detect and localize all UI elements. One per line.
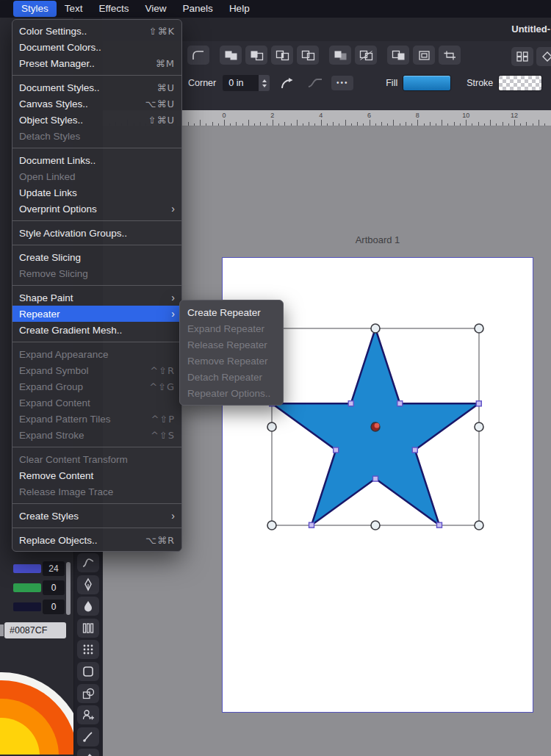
menubar-item-effects[interactable]: Effects (91, 1, 137, 17)
menu-item-replace-objects[interactable]: Replace Objects..⌥⌘R (12, 532, 181, 548)
boolean-union-icon (224, 50, 238, 61)
menu-item-overprint-options[interactable]: Overprint Options› (12, 201, 181, 217)
curve-tool-button[interactable] (77, 553, 99, 572)
menubar-item-panels[interactable]: Panels (175, 1, 221, 17)
outline-shapes-button[interactable] (413, 46, 435, 65)
menu-item-preset-manager[interactable]: Preset Manager..⌘M (12, 55, 181, 71)
vector-brush-tool-button[interactable] (77, 727, 99, 746)
ruler-tick (375, 123, 376, 126)
channel-value-field[interactable]: 24 (43, 561, 65, 576)
menu-item-expand-group: Expand Group^⇧G (12, 378, 181, 395)
ruler-tick (339, 123, 339, 126)
submenu-item-create-repeater[interactable]: Create Repeater (180, 304, 283, 320)
color-wheel-fragment[interactable] (0, 659, 73, 755)
menu-item-create-styles[interactable]: Create Styles› (12, 508, 181, 524)
menu-item-color-settings[interactable]: Color Settings..⇧⌘K (12, 23, 181, 39)
menu-item-shortcut: ⌘M (156, 58, 175, 69)
halftone-tool-icon (81, 642, 96, 657)
ruler-tick (248, 120, 249, 126)
menu-item-style-activation-groups[interactable]: Style Activation Groups.. (12, 225, 181, 241)
channel-slider[interactable] (13, 583, 41, 592)
ruler-tick (345, 120, 346, 126)
merge-shapes-icon (334, 50, 347, 61)
ruler-tick (496, 123, 497, 126)
menubar-item-styles[interactable]: Styles (13, 1, 57, 17)
menu-item-document-styles[interactable]: Document Styles..⌘U (12, 79, 181, 96)
more-options-button[interactable]: ••• (331, 76, 353, 90)
ruler-tick (363, 123, 364, 126)
menu-item-update-links[interactable]: Update Links (12, 184, 181, 201)
stencil-tool-button[interactable] (77, 684, 99, 703)
boolean-union-button[interactable] (220, 46, 242, 65)
menu-item-label: Canvas Styles.. (19, 98, 145, 109)
boolean-exclude-button[interactable] (297, 46, 319, 65)
corner-stepper[interactable] (259, 75, 270, 91)
menu-item-shortcut: ⌥⌘R (145, 535, 175, 546)
menu-item-label: Create Slicing (19, 252, 175, 263)
curve-flow-button (306, 76, 324, 90)
hex-color-field[interactable]: #0087CF (4, 622, 66, 638)
merge-shapes-button[interactable] (329, 46, 351, 65)
boolean-subtract-button[interactable] (245, 46, 267, 65)
channel-slider[interactable] (13, 564, 41, 573)
ruler-tick (447, 123, 448, 126)
boolean-exclude-icon (301, 50, 315, 61)
menu-item-remove-content[interactable]: Remove Content (12, 467, 181, 483)
menubar-item-text[interactable]: Text (57, 1, 91, 17)
ruler-tick (327, 123, 328, 126)
menu-item-document-links[interactable]: Document Links.. (12, 152, 181, 168)
menu-item-label: Expand Symbol (19, 365, 150, 376)
menu-item-shortcut: ^⇧S (151, 430, 175, 441)
channel-value-field[interactable]: 0 (43, 600, 65, 614)
channel-slider[interactable] (13, 602, 41, 611)
pen-tool-button[interactable] (77, 575, 99, 594)
menu-item-label: Clear Content Transform (19, 454, 175, 465)
fill-swatch[interactable] (403, 75, 451, 91)
panel-scrollbar[interactable] (66, 562, 71, 615)
menu-item-document-colors[interactable]: Document Colors.. (12, 39, 181, 55)
menu-item-label: Detach Repeater (187, 372, 276, 383)
channel-value-field[interactable]: 0 (43, 580, 65, 595)
corner-arc-button[interactable] (279, 76, 297, 90)
layout-grid-button[interactable] (511, 47, 533, 66)
ruler-tick (321, 120, 322, 126)
menu-separator (12, 342, 181, 342)
boolean-intersect-button[interactable] (271, 46, 293, 65)
menu-item-open-linked: Open Linked (12, 168, 181, 184)
ruler-tick (417, 120, 418, 126)
trim-shapes-button[interactable] (387, 46, 409, 65)
menu-item-object-styles[interactable]: Object Styles..⇧⌘U (12, 112, 181, 128)
menu-item-shape-paint[interactable]: Shape Paint› (12, 289, 181, 306)
halftone-tool-button[interactable] (77, 640, 99, 659)
menu-item-label: Repeater Options.. (187, 388, 276, 399)
menu-item-canvas-styles[interactable]: Canvas Styles..⌥⌘U (12, 96, 181, 112)
ruler-tick (224, 120, 225, 126)
menu-item-create-slicing[interactable]: Create Slicing (12, 249, 181, 265)
stepper-down-icon (262, 84, 267, 87)
divide-shapes-button[interactable] (355, 46, 377, 65)
menubar-item-help[interactable]: Help (221, 1, 258, 17)
crop-shapes-button[interactable] (439, 46, 461, 65)
stroke-swatch[interactable] (498, 75, 542, 91)
menu-separator (12, 75, 181, 76)
corner-value-input[interactable]: 0 in (223, 75, 259, 91)
ruler-tick (297, 120, 298, 126)
menu-item-create-gradient-mesh[interactable]: Create Gradient Mesh.. (12, 322, 181, 338)
menu-item-label: Overprint Options (19, 204, 171, 215)
shape-tool-button[interactable] (77, 662, 99, 681)
menu-item-expand-stroke: Expand Stroke^⇧S (12, 427, 181, 443)
submenu-item-remove-repeater: Remove Repeater (180, 353, 283, 369)
ink-tool-button[interactable] (77, 597, 99, 616)
knife-tool-button[interactable] (77, 749, 99, 756)
stepper-up-icon (262, 79, 267, 82)
columns-tool-button[interactable] (77, 619, 99, 638)
snap-diamond-button[interactable] (536, 47, 551, 66)
menu-item-label: Remove Content (19, 470, 175, 481)
ruler-tick (273, 120, 273, 126)
corner-radius-button[interactable] (187, 46, 209, 65)
menu-item-expand-symbol: Expand Symbol^⇧R (12, 362, 181, 378)
menubar-item-view[interactable]: View (137, 1, 175, 17)
menu-item-repeater[interactable]: Repeater› (12, 306, 181, 322)
ruler-tick (484, 123, 485, 126)
symbol-sprayer-tool-button[interactable] (77, 705, 99, 724)
